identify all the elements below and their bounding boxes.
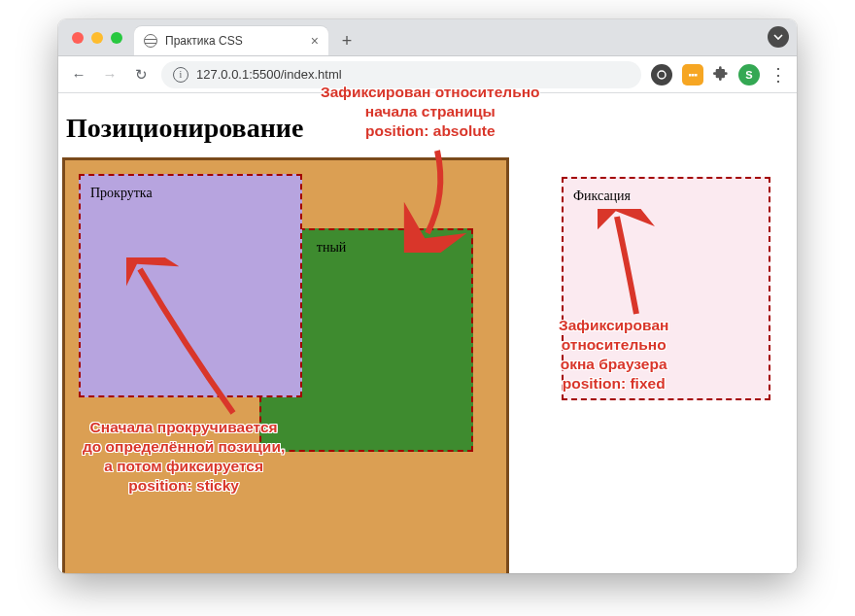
minimize-window-button[interactable]	[91, 32, 103, 44]
tab-title: Практика CSS	[165, 34, 243, 48]
window-controls	[66, 32, 128, 55]
address-text: 127.0.0.1:5500/index.html	[196, 67, 342, 82]
chevron-down-icon[interactable]	[768, 26, 789, 48]
svg-rect-1	[689, 74, 692, 77]
close-window-button[interactable]	[72, 32, 84, 44]
svg-rect-2	[692, 74, 695, 77]
fixed-box: Фиксация	[562, 177, 770, 400]
reload-button[interactable]: ↻	[130, 66, 152, 84]
site-info-icon[interactable]: i	[173, 67, 188, 83]
close-tab-button[interactable]: ×	[311, 34, 319, 48]
extensions: S ⋮	[651, 64, 787, 86]
page-heading: Позиционирование	[66, 113, 793, 144]
forward-button[interactable]: →	[99, 66, 120, 83]
new-tab-button[interactable]: +	[334, 28, 359, 53]
back-button[interactable]: ←	[68, 66, 89, 83]
globe-icon	[144, 34, 157, 48]
toolbar: ← → ↻ i 127.0.0.1:5500/index.html S ⋮	[58, 56, 797, 93]
browser-menu-button[interactable]: ⋮	[770, 64, 787, 86]
extension-icon[interactable]	[651, 64, 672, 86]
sticky-box-label: Прокрутка	[90, 186, 153, 200]
profile-avatar[interactable]: S	[738, 64, 760, 86]
browser-tab[interactable]: Практика CSS ×	[134, 26, 328, 55]
address-bar[interactable]: i 127.0.0.1:5500/index.html	[161, 61, 641, 88]
svg-rect-3	[695, 74, 698, 77]
demo-container: Абсолютный Прокрутка	[62, 157, 509, 573]
sticky-box: Прокрутка	[79, 174, 302, 397]
maximize-window-button[interactable]	[111, 32, 122, 44]
svg-point-0	[658, 71, 666, 79]
extensions-menu-icon[interactable]	[713, 65, 729, 84]
extension-icon[interactable]	[682, 64, 703, 86]
fixed-box-label: Фиксация	[573, 188, 631, 203]
absolute-box-label: тный	[317, 240, 347, 255]
titlebar: Практика CSS × +	[58, 19, 797, 56]
